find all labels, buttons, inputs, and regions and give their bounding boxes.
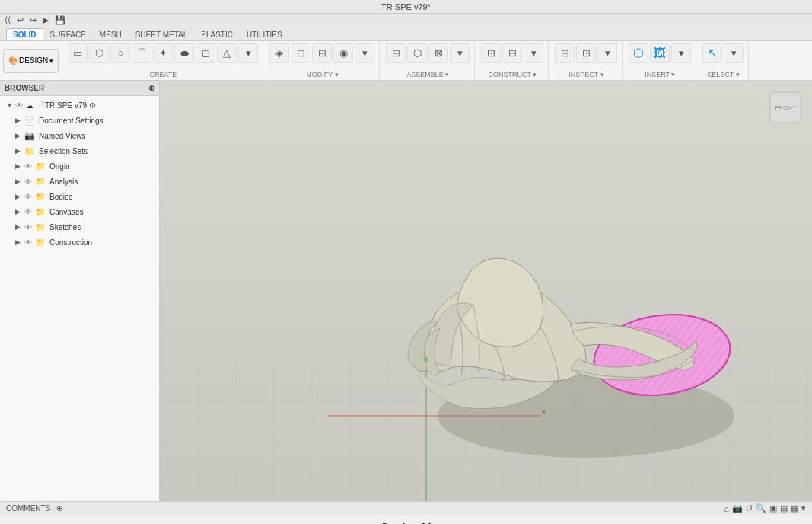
qa-play[interactable]: ▶	[41, 15, 50, 25]
create-coil-btn[interactable]: ✦	[153, 43, 173, 63]
zoom-icon[interactable]: 🔍	[756, 503, 766, 513]
grid-icon[interactable]: ▤	[780, 503, 788, 513]
assemble-joint-btn[interactable]: ⬡	[407, 43, 427, 63]
tree-item-analysis[interactable]: ▶ 👁 📁 Analysis	[0, 174, 159, 189]
tree-item-construction[interactable]: ▶ 👁 📁 Construction	[0, 235, 159, 250]
assemble-rigid-btn[interactable]: ⊠	[428, 43, 448, 63]
eye-icon[interactable]: 👁	[24, 223, 35, 232]
tree-item-selection-sets[interactable]: ▶ 📁 Selection Sets	[0, 143, 159, 158]
modify-shell-btn[interactable]: ◉	[333, 43, 353, 63]
create-torus-btn[interactable]: ⌒	[132, 43, 151, 63]
modify-chamfer-btn[interactable]: ⊟	[312, 43, 332, 63]
folder-icon: 📁	[35, 177, 47, 187]
eye-icon[interactable]: 👁	[24, 193, 35, 201]
qa-save[interactable]: 💾	[53, 15, 67, 25]
tree-item-bodies[interactable]: ▶ 👁 📁 Bodies	[0, 189, 159, 204]
tree-item-canvases[interactable]: ▶ 👁 📁 Canvases	[0, 204, 159, 219]
arrow-icon: ▶	[15, 177, 24, 185]
create-sphere-btn[interactable]: ○	[110, 43, 130, 63]
tab-sheetmetal[interactable]: SHEET METAL	[129, 28, 195, 40]
eye-icon[interactable]: 👁	[24, 162, 35, 171]
modify-label: MODIFY ▾	[306, 71, 338, 78]
status-bar: COMMENTS ⊕ ⌂ 📷 ↺ 🔍 ▣ ▤ ▦ ▾	[0, 501, 812, 515]
tab-mesh[interactable]: MESH	[93, 28, 129, 40]
create-cylinder-btn[interactable]: ⬡	[89, 43, 109, 63]
create-label: CREATE	[149, 71, 177, 78]
modify-fillet-btn[interactable]: ⊡	[291, 43, 310, 63]
tab-utilities[interactable]: UTILITIES	[240, 28, 289, 40]
eye-icon[interactable]: 👁	[24, 208, 35, 216]
assemble-label: ASSEMBLE ▾	[406, 71, 449, 78]
tree-item-origin[interactable]: ▶ 👁 📁 Origin	[0, 158, 159, 174]
browser-tree: ▼ 👁 ☁ 📄 TR SPE v79 ⚙ ▶ 📄 Document Settin…	[0, 96, 159, 501]
inspect-interference-btn[interactable]: ⊡	[576, 43, 596, 63]
arrow-icon: ▶	[15, 208, 24, 216]
eye-icon[interactable]: 👁	[24, 177, 35, 186]
more-view-icon[interactable]: ▾	[801, 503, 806, 513]
assemble-more-btn[interactable]: ▾	[450, 43, 470, 63]
3d-viewport[interactable]: x y FRONT	[160, 81, 812, 501]
main-content: BROWSER ⊕ ▼ 👁 ☁ 📄 TR SPE v79 ⚙ ▶ 📄 Docum…	[0, 81, 812, 501]
tree-item-named-views[interactable]: ▶ 📷 Named Views	[0, 128, 159, 143]
add-comment-icon[interactable]: ⊕	[56, 503, 63, 513]
browser-pin-icon[interactable]: ⊕	[148, 84, 154, 92]
insert-label: INSERT ▾	[645, 71, 675, 78]
render-icon[interactable]: ▦	[791, 503, 798, 513]
arrow-icon: ▶	[15, 132, 24, 139]
ribbon-tab-bar: SOLID SURFACE MESH SHEET METAL PLASTIC U…	[0, 27, 812, 41]
tree-item-label: TR SPE v79	[45, 101, 87, 110]
qa-back[interactable]: ⟨⟨	[3, 15, 12, 25]
design-arrow-icon: ▾	[49, 57, 53, 65]
design-dropdown[interactable]: 🎨 DESIGN ▾	[3, 49, 59, 73]
folder-icon: 📁	[35, 192, 47, 202]
orbit-icon[interactable]: ↺	[746, 503, 753, 513]
create-extrude-btn[interactable]: ◻	[196, 43, 215, 63]
tree-item-label: Bodies	[49, 193, 73, 201]
select-more-btn[interactable]: ▾	[724, 43, 744, 63]
folder-icon: 📁	[24, 146, 37, 156]
eye-icon[interactable]: 👁	[24, 238, 35, 247]
construct-midplane-btn[interactable]: ⊟	[502, 43, 522, 63]
arrow-icon: ▼	[6, 101, 15, 109]
folder-icon: 📁	[35, 238, 47, 248]
inspect-measure-btn[interactable]: ⊞	[555, 43, 575, 63]
tree-item-label: Origin	[49, 162, 70, 171]
tree-item-label: Selection Sets	[39, 147, 88, 155]
toolbar: 🎨 DESIGN ▾ ▭ ⬡ ○ ⌒ ✦ ⬬ ◻ △ ▾ CREATE ◈ ⊡ …	[0, 41, 812, 81]
tab-solid[interactable]: SOLID	[6, 28, 43, 40]
toolbar-section-insert: ⬡ 🖼 ▾ INSERT ▾	[624, 42, 696, 80]
qa-undo[interactable]: ↩	[15, 15, 25, 25]
qa-redo[interactable]: ↪	[28, 15, 38, 25]
insert-canvas-btn[interactable]: 🖼	[650, 43, 670, 63]
select-label: SELECT ▾	[707, 71, 739, 78]
modify-press-pull-btn[interactable]: ◈	[269, 43, 289, 63]
create-box-btn[interactable]: ▭	[68, 43, 88, 63]
design-icon: 🎨	[8, 56, 18, 65]
svg-text:FRONT: FRONT	[775, 104, 796, 111]
browser-title: BROWSER	[5, 84, 44, 92]
tab-surface[interactable]: SURFACE	[43, 28, 93, 40]
home-icon[interactable]: ⌂	[724, 504, 729, 513]
eye-icon[interactable]: 👁	[15, 101, 26, 110]
assemble-new-btn[interactable]: ⊞	[386, 43, 406, 63]
tree-item-label: Construction	[49, 238, 92, 247]
inspect-more-btn[interactable]: ▾	[597, 43, 617, 63]
tree-item-document-settings[interactable]: ▶ 📄 Document Settings	[0, 113, 159, 128]
create-revolve-btn[interactable]: △	[217, 43, 237, 63]
select-btn[interactable]: ↖	[702, 43, 722, 63]
camera-icon[interactable]: 📷	[732, 503, 743, 513]
modify-more-btn[interactable]: ▾	[355, 43, 374, 63]
create-pipe-btn[interactable]: ⬬	[174, 43, 194, 63]
display-icon[interactable]: ▣	[769, 503, 777, 513]
tab-plastic[interactable]: PLASTIC	[194, 28, 240, 40]
folder-icon: 📁	[35, 161, 47, 171]
tree-item-root[interactable]: ▼ 👁 ☁ 📄 TR SPE v79 ⚙	[0, 97, 159, 113]
create-more-btn[interactable]: ▾	[238, 43, 258, 63]
insert-more-btn[interactable]: ▾	[671, 43, 691, 63]
insert-svg-btn[interactable]: ⬡	[629, 43, 648, 63]
gear-icon[interactable]: ⚙	[89, 101, 96, 110]
nav-cube[interactable]: FRONT	[766, 88, 804, 126]
construct-more-btn[interactable]: ▾	[524, 43, 543, 63]
construct-offset-plane-btn[interactable]: ⊡	[481, 43, 501, 63]
tree-item-sketches[interactable]: ▶ 👁 📁 Sketches	[0, 219, 159, 235]
